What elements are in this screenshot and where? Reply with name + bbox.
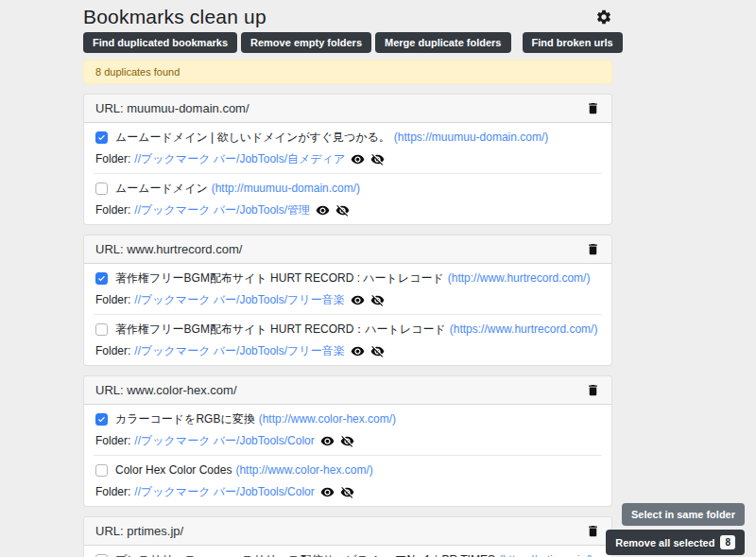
url-group-card: URL: muumuu-domain.com/ ムームードメイン | 欲しいドメ… [83, 94, 612, 225]
eye-icon [351, 155, 365, 169]
delete-group-button[interactable] [586, 383, 600, 397]
hide-bookmark-button[interactable] [370, 293, 385, 307]
show-bookmark-button[interactable] [351, 152, 365, 166]
bookmark-item: ムームードメイン (http://muumuu-domain.com/) Fol… [84, 174, 611, 224]
bookmark-title: ムームードメイン | 欲しいドメインがすぐ見つかる。 [115, 131, 390, 145]
folder-label: Folder: [95, 152, 130, 166]
bookmark-checkbox[interactable] [95, 323, 108, 336]
bookmark-title: ムームードメイン [115, 182, 208, 196]
folder-path-link[interactable]: //ブックマーク バー/JobTools/フリー音楽 [134, 293, 344, 307]
folder-label: Folder: [95, 485, 130, 499]
eye-icon [351, 347, 365, 361]
find-duplicated-bookmarks-button[interactable]: Find duplicated bookmarks [83, 32, 237, 53]
trash-icon [586, 245, 600, 259]
url-group-header: URL: muumuu-domain.com/ [84, 95, 611, 123]
bookmark-checkbox[interactable] [95, 183, 108, 195]
folder-path-link[interactable]: //ブックマーク バー/JobTools/Color [134, 434, 314, 448]
eye-off-icon [370, 296, 385, 310]
eye-off-icon [340, 437, 354, 451]
bookmark-checkbox[interactable] [95, 131, 108, 144]
merge-duplicate-folders-button[interactable]: Merge duplicate folders [375, 32, 510, 53]
url-group-header: URL: www.color-hex.com/ [84, 376, 611, 405]
show-bookmark-button[interactable] [316, 203, 330, 218]
show-bookmark-button[interactable] [351, 344, 365, 358]
floating-actions: Select in same folder Remove all selecte… [606, 503, 745, 555]
show-bookmark-button[interactable] [320, 434, 335, 448]
bookmark-checkbox[interactable] [95, 413, 108, 426]
eye-off-icon [370, 155, 385, 169]
url-group-title: URL: muumuu-domain.com/ [95, 101, 249, 115]
bookmark-title: Color Hex Color Codes [115, 463, 232, 478]
url-group-card: URL: www.color-hex.com/ カラーコードをRGBに変換 (h… [83, 375, 612, 507]
bookmark-title: カラーコードをRGBに変換 [115, 412, 255, 426]
folder-label: Folder: [95, 203, 130, 218]
url-group-title: URL: prtimes.jp/ [95, 524, 183, 538]
bookmark-item: プレスリリース・ニュースリリース配信サービス シェアNo.1｜PR TIMES … [84, 546, 611, 557]
folder-label: Folder: [95, 293, 130, 307]
remove-all-selected-button[interactable]: Remove all selected 8 [606, 530, 745, 555]
hide-bookmark-button[interactable] [340, 434, 354, 448]
bookmark-url-link[interactable]: (http://www.color-hex.com/) [259, 412, 396, 426]
bookmark-item: カラーコードをRGBに変換 (http://www.color-hex.com/… [84, 405, 611, 455]
settings-button[interactable] [595, 9, 612, 26]
bookmark-title: 著作権フリーBGM配布サイト HURT RECORD：ハートレコード [115, 322, 446, 337]
eye-off-icon [370, 347, 385, 361]
trash-icon [586, 104, 600, 118]
eye-icon [320, 437, 335, 451]
bookmark-item: 著作権フリーBGM配布サイト HURT RECORD：ハートレコード (http… [84, 315, 611, 365]
bookmark-title: 著作権フリーBGM配布サイト HURT RECORD : ハートレコード [115, 271, 444, 286]
eye-icon [316, 206, 330, 220]
bookmark-url-link[interactable]: (http://www.color-hex.com/) [235, 463, 372, 478]
trash-icon [586, 527, 600, 541]
url-group-title: URL: www.color-hex.com/ [95, 383, 237, 397]
select-in-same-folder-button[interactable]: Select in same folder [622, 503, 745, 526]
show-bookmark-button[interactable] [351, 293, 365, 307]
url-group-header: URL: www.hurtrecord.com/ [84, 235, 611, 264]
bookmark-checkbox[interactable] [95, 272, 108, 285]
toolbar: Find duplicated bookmarks Remove empty f… [83, 32, 612, 53]
selected-count-badge: 8 [720, 535, 735, 549]
eye-icon [320, 488, 335, 502]
eye-icon [351, 296, 365, 310]
bookmark-item: ムームードメイン | 欲しいドメインがすぐ見つかる。 (https://muum… [84, 123, 611, 173]
hide-bookmark-button[interactable] [370, 152, 385, 166]
gear-icon [595, 14, 612, 28]
folder-path-link[interactable]: //ブックマーク バー/JobTools/フリー音楽 [134, 344, 344, 358]
eye-off-icon [340, 488, 354, 502]
remove-empty-folders-button[interactable]: Remove empty folders [241, 32, 371, 53]
show-bookmark-button[interactable] [320, 485, 335, 499]
bookmark-item: Color Hex Color Codes (http://www.color-… [84, 456, 611, 506]
url-group-card: URL: prtimes.jp/ プレスリリース・ニュースリリース配信サービス … [83, 516, 612, 557]
find-broken-urls-button[interactable]: Find broken urls [523, 32, 623, 53]
eye-off-icon [335, 206, 350, 220]
url-group-card: URL: www.hurtrecord.com/ 著作権フリーBGM配布サイト … [83, 235, 612, 366]
delete-group-button[interactable] [586, 101, 600, 115]
page-title: Bookmarks clean up [83, 6, 266, 28]
trash-icon [586, 386, 600, 400]
url-group-header: URL: prtimes.jp/ [84, 517, 611, 546]
page-header: Bookmarks clean up [83, 0, 612, 28]
bookmark-url-link[interactable]: (https://muumuu-domain.com/) [394, 131, 548, 145]
folder-path-link[interactable]: //ブックマーク バー/JobTools/Color [134, 485, 314, 499]
bookmark-url-link[interactable]: (http://muumuu-domain.com/) [212, 182, 360, 196]
bookmark-item: 著作権フリーBGM配布サイト HURT RECORD : ハートレコード (ht… [84, 264, 611, 314]
bookmark-title: プレスリリース・ニュースリリース配信サービス シェアNo.1｜PR TIMES [115, 553, 495, 557]
hide-bookmark-button[interactable] [340, 485, 354, 499]
folder-path-link[interactable]: //ブックマーク バー/JobTools/自メディア [134, 152, 345, 166]
folder-label: Folder: [95, 434, 130, 448]
bookmark-checkbox[interactable] [95, 464, 108, 477]
folder-label: Folder: [95, 344, 130, 358]
delete-group-button[interactable] [586, 524, 600, 538]
hide-bookmark-button[interactable] [335, 203, 350, 218]
bookmark-url-link[interactable]: (https://prtimes.jp/) [499, 553, 593, 557]
bookmark-url-link[interactable]: (http://www.hurtrecord.com/) [448, 271, 591, 286]
duplicates-found-alert: 8 duplicates found [83, 60, 612, 84]
main-content: Bookmarks clean up Find duplicated bookm… [83, 0, 612, 557]
delete-group-button[interactable] [586, 242, 600, 256]
hide-bookmark-button[interactable] [370, 344, 385, 358]
bookmark-url-link[interactable]: (https://www.hurtrecord.com/) [450, 322, 598, 337]
remove-all-selected-label: Remove all selected [615, 537, 714, 548]
url-group-title: URL: www.hurtrecord.com/ [95, 242, 242, 256]
folder-path-link[interactable]: //ブックマーク バー/JobTools/管理 [134, 203, 310, 218]
